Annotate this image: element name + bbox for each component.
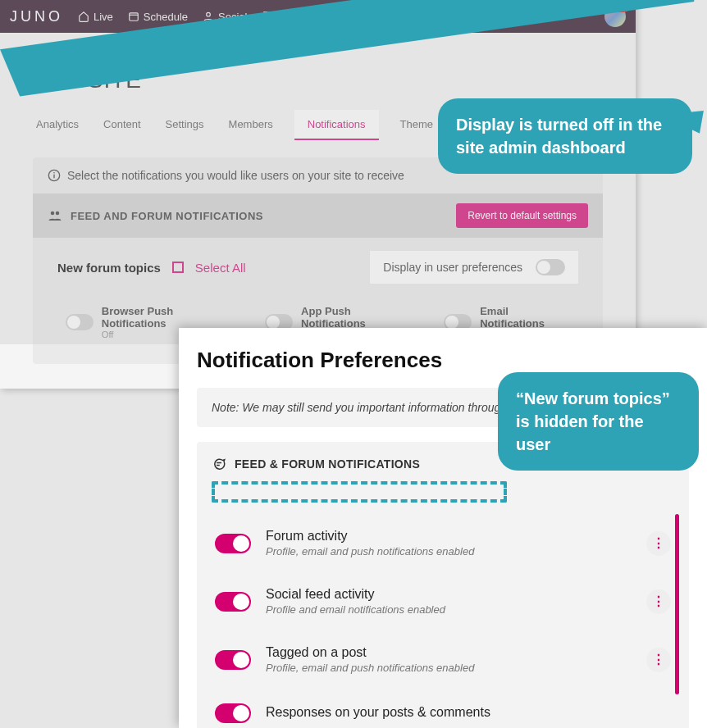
pref-toggle[interactable] [215, 592, 251, 612]
revert-button[interactable]: Revert to default settings [456, 203, 588, 228]
user-window-title: Notification Preferences [197, 348, 689, 373]
select-all-label: Select All [195, 261, 246, 275]
info-icon [48, 169, 61, 182]
select-all-checkbox[interactable] [172, 262, 184, 273]
svg-point-11 [51, 212, 55, 216]
pref-toggle[interactable] [215, 534, 251, 553]
callout-user: “New forum topics” is hidden for the use… [498, 372, 699, 471]
chat-icon [212, 457, 226, 471]
pref-item: Forum activity Profile, email and push n… [212, 514, 674, 572]
pref-list: Forum activity Profile, email and push n… [212, 514, 674, 728]
pref-name: Tagged on a post [266, 645, 632, 660]
user-section: FEED & FORUM NOTIFICATIONS Forum activit… [197, 442, 689, 728]
channel-toggle[interactable] [66, 314, 94, 330]
display-pref-toggle[interactable] [536, 259, 565, 275]
pref-sub: Profile, email and push notifications en… [266, 662, 632, 674]
topic-row: New forum topics Select All Display in u… [33, 238, 603, 297]
pref-sub: Profile and email notifications enabled [266, 603, 632, 616]
user-section-title: FEED & FORUM NOTIFICATIONS [235, 457, 420, 471]
display-pref-box: Display in user preferences [370, 251, 578, 284]
pref-item: Tagged on a post Profile, email and push… [212, 630, 674, 689]
more-icon[interactable]: ⋮ [646, 589, 671, 614]
pref-name: Responses on your posts & comments [266, 705, 671, 720]
section-title: FEED AND FORUM NOTIFICATIONS [71, 210, 448, 222]
instruction-text: Select the notifications you would like … [67, 169, 404, 182]
svg-rect-10 [53, 172, 54, 173]
tab-members[interactable]: Members [226, 110, 276, 140]
pref-name: Forum activity [266, 529, 632, 544]
channel-title: Browser Push Notifications [102, 305, 232, 330]
tab-content[interactable]: Content [100, 110, 144, 140]
display-pref-label: Display in user preferences [383, 261, 522, 274]
pref-toggle[interactable] [215, 650, 251, 670]
pref-sub: Profile, email and push notifications en… [266, 545, 632, 557]
tab-analytics[interactable]: Analytics [33, 110, 82, 140]
tab-settings[interactable]: Settings [162, 110, 208, 140]
scrollbar[interactable] [675, 514, 679, 694]
more-icon[interactable]: ⋮ [646, 648, 671, 672]
pref-item: Social feed activity Profile and email n… [212, 572, 674, 630]
pref-name: Social feed activity [266, 587, 632, 602]
tab-theme[interactable]: Theme [397, 110, 436, 140]
more-icon[interactable]: ⋮ [646, 531, 671, 556]
channel-title: App Push Notifications [301, 305, 411, 330]
svg-point-1 [207, 12, 211, 16]
pref-toggle[interactable] [215, 703, 251, 723]
topic-left: New forum topics Select All [57, 261, 246, 275]
topic-label: New forum topics [57, 261, 161, 275]
people-icon [48, 208, 62, 223]
pref-item: Responses on your posts & comments [212, 689, 674, 728]
tab-notifications[interactable]: Notifications [294, 110, 379, 140]
channel-title: Email Notifications [480, 305, 570, 330]
hidden-row-marker [212, 481, 507, 503]
svg-point-12 [56, 212, 60, 216]
section-header: FEED AND FORUM NOTIFICATIONS Revert to d… [33, 193, 603, 238]
svg-rect-9 [53, 175, 54, 179]
